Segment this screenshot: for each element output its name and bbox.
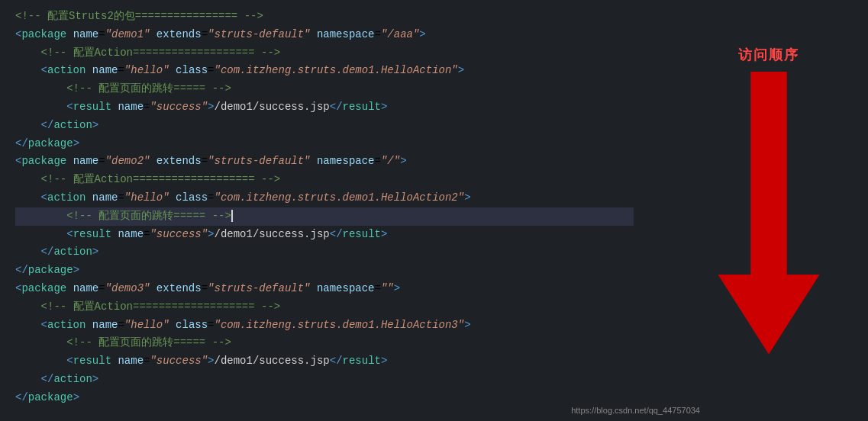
code-line-10: <!-- 配置Action=================== -->	[15, 171, 634, 189]
code-line-11: <action name="hello" class="com.itzheng.…	[15, 189, 634, 207]
watermark: https://blog.csdn.net/qq_44757034	[571, 406, 700, 415]
code-line-16: <package name="demo3" extends="struts-de…	[15, 280, 634, 298]
code-line-13: <result name="success">/demo1/success.js…	[15, 226, 634, 244]
svg-marker-1	[718, 275, 820, 355]
code-line-19: <!-- 配置页面的跳转===== -->	[15, 334, 634, 352]
code-line-2: <package name="demo1" extends="struts-de…	[15, 26, 634, 44]
code-line-12: <!-- 配置页面的跳转===== -->	[15, 207, 634, 226]
code-line-9: <package name="demo2" extends="struts-de…	[15, 153, 634, 171]
svg-rect-0	[750, 72, 787, 275]
code-line-4: <action name="hello" class="com.itzheng.…	[15, 62, 634, 80]
code-line-18: <action name="hello" class="com.itzheng.…	[15, 317, 634, 335]
code-line-20: <result name="success">/demo1/success.js…	[15, 352, 634, 371]
code-line-8: </package>	[15, 135, 634, 153]
code-line-15: </package>	[15, 262, 634, 280]
down-arrow-icon	[715, 72, 822, 362]
code-line-3: <!-- 配置Action=================== -->	[15, 44, 634, 63]
arrow-container: 访问顺序	[685, 46, 853, 397]
code-line-21: </action>	[15, 371, 634, 389]
code-line-1: <!-- 配置Struts2的包================ -->	[15, 8, 634, 26]
code-line-5: <!-- 配置页面的跳转===== -->	[15, 80, 634, 98]
arrow-label: 访问顺序	[738, 46, 799, 64]
code-line-14: </action>	[15, 243, 634, 262]
code-line-7: </action>	[15, 117, 634, 135]
code-line-6: <result name="success">/demo1/success.js…	[15, 98, 634, 117]
code-line-17: <!-- 配置Action=================== -->	[15, 298, 634, 317]
code-line-22: </package>	[15, 389, 634, 407]
code-editor: <!-- 配置Struts2的包================ --> <pa…	[0, 0, 649, 415]
